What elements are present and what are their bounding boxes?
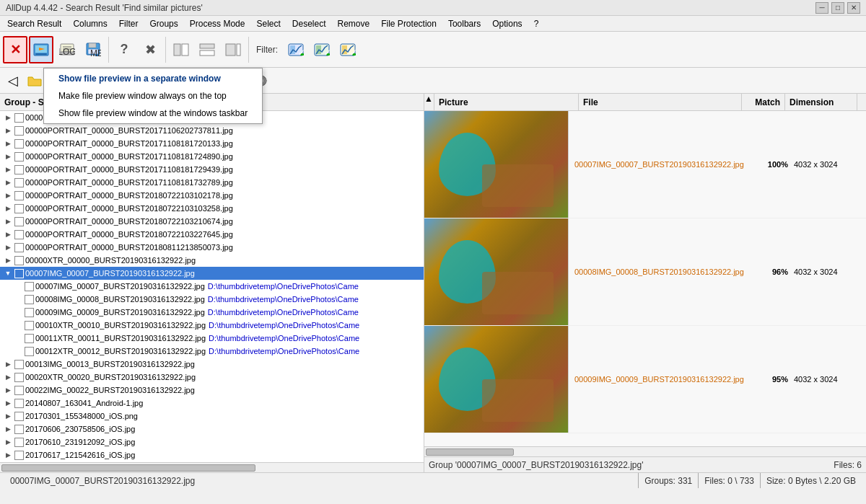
dropdown-item-separate-window[interactable]: Show file preview in a separate window <box>44 70 262 87</box>
right-scrollbar-thumb[interactable] <box>426 448 514 456</box>
tree-row[interactable]: ▶ 00000PORTRAIT_00000_BURST2017110818172… <box>0 163 424 176</box>
remove-button[interactable]: ✖ <box>138 36 162 63</box>
tree-row[interactable]: 00011XTR_00011_BURST20190316132922.jpg D… <box>0 332 424 345</box>
filter-btn-2[interactable]: ✓ <box>310 36 334 63</box>
right-content[interactable]: 00007IMG_00007_BURST20190316132922.jpg 1… <box>424 111 866 446</box>
tree-row[interactable]: ▶ 20140807_163041_Android-1.jpg <box>0 397 424 410</box>
row-checkbox[interactable] <box>14 126 24 136</box>
menu-search-result[interactable]: Search Result <box>1 16 67 31</box>
row-checkbox[interactable] <box>25 295 34 304</box>
tree-row[interactable]: ▶ 00000PORTRAIT_00000_BURST2018081121385… <box>0 241 424 254</box>
row-checkbox[interactable] <box>14 191 24 200</box>
maximize-button[interactable]: □ <box>831 2 844 14</box>
row-checkbox[interactable] <box>14 373 24 382</box>
preview-button[interactable] <box>29 36 53 63</box>
expand-icon[interactable]: ▶ <box>3 216 13 226</box>
tree-row[interactable]: ▶ 20170301_155348000_iOS.png <box>0 410 424 423</box>
expand-icon[interactable]: ▶ <box>3 138 13 149</box>
expand-icon[interactable]: ▶ <box>3 229 13 239</box>
tree-row[interactable]: ▶ 20170610_231912092_iOS.jpg <box>0 436 424 448</box>
layout-btn-1[interactable] <box>169 36 193 63</box>
t2-folder-btn[interactable] <box>25 71 45 91</box>
layout-btn-3[interactable] <box>221 36 245 63</box>
tree-row[interactable]: ▶ 00000PORTRAIT_00000_BURST2018072210322… <box>0 228 424 241</box>
tree-row[interactable]: 00008IMG_00008_BURST20190316132922.jpg D… <box>0 293 424 306</box>
expand-icon[interactable]: ▶ <box>3 242 13 252</box>
save-button[interactable]: MB <box>81 36 105 63</box>
tree-row[interactable]: ▶ 00000XTR_00000_BURST20190316132922.jpg <box>0 254 424 267</box>
filter-btn-1[interactable]: ✓ <box>284 36 308 63</box>
tree-row[interactable]: 00012XTR_00012_BURST20190316132922.jpg D… <box>0 345 424 358</box>
row-checkbox[interactable] <box>14 217 24 226</box>
expand-icon[interactable]: ▶ <box>3 125 13 136</box>
menu-groups[interactable]: Groups <box>144 16 183 31</box>
tree-row[interactable]: ▶ 00000PORTRAIT_00000_BURST2018072210321… <box>0 215 424 228</box>
tree-row[interactable]: ▶ 00020XTR_00020_BURST20190316132922.jpg <box>0 371 424 384</box>
tree-row[interactable]: 00009IMG_00009_BURST20190316132922.jpg D… <box>0 306 424 319</box>
tree-row[interactable]: ▶ 00013IMG_00013_BURST20190316132922.jpg <box>0 358 424 371</box>
tree-row[interactable]: ▶ 20170617_121542616_iOS.jpg <box>0 448 424 461</box>
menu-select[interactable]: Select <box>250 16 286 31</box>
row-checkbox[interactable] <box>25 308 34 317</box>
left-hscrollbar[interactable] <box>0 462 424 472</box>
right-hscrollbar[interactable] <box>424 446 866 456</box>
tree-row[interactable]: 00007IMG_00007_BURST20190316132922.jpg D… <box>0 280 424 293</box>
row-checkbox[interactable] <box>14 425 24 434</box>
expand-icon[interactable]: ▶ <box>3 255 13 265</box>
menu-process-mode[interactable]: Process Mode <box>184 16 251 31</box>
row-checkbox[interactable] <box>14 230 24 239</box>
expand-icon[interactable]: ▶ <box>3 112 13 123</box>
help-button[interactable]: ? <box>112 36 136 63</box>
expand-icon[interactable]: ▶ <box>3 177 13 187</box>
menu-deselect[interactable]: Deselect <box>287 16 332 31</box>
tree-row[interactable]: ▶ 00000PORTRAIT_00000_BURST2017110818173… <box>0 176 424 189</box>
expand-icon[interactable]: ▶ <box>3 359 13 369</box>
delete-button[interactable]: ✕ <box>3 36 27 63</box>
tree-row[interactable]: ▶ 00000PORTRAIT_00000_BURST2017110620273… <box>0 124 424 137</box>
row-checkbox[interactable] <box>14 360 24 369</box>
expand-icon[interactable]: ▼ <box>3 268 13 278</box>
expand-icon[interactable]: ▶ <box>3 190 13 200</box>
row-checkbox[interactable] <box>14 165 24 174</box>
expand-icon[interactable]: ▶ <box>3 398 13 408</box>
row-checkbox[interactable] <box>14 256 24 265</box>
row-checkbox[interactable] <box>14 113 24 123</box>
row-checkbox[interactable] <box>14 152 24 162</box>
menu-filter[interactable]: Filter <box>113 16 144 31</box>
expand-icon[interactable]: ▶ <box>3 385 13 395</box>
expand-icon[interactable]: ▶ <box>3 164 13 174</box>
row-checkbox[interactable] <box>14 386 24 395</box>
tree-row-selected[interactable]: ▼ 00007IMG_00007_BURST20190316132922.jpg <box>0 267 424 280</box>
tree-row[interactable]: ▶ 00000PORTRAIT_00000_BURST2018072210310… <box>0 202 424 215</box>
row-checkbox[interactable] <box>14 438 24 447</box>
tree-row[interactable]: ▶ 00000PORTRAIT_00000_BURST2017110818172… <box>0 137 424 150</box>
row-checkbox[interactable] <box>14 269 24 278</box>
file-tree[interactable]: ▶ 00000PORTRAIT_00000_BURST2017110620272… <box>0 111 424 462</box>
dropdown-item-taskbar[interactable]: Show file preview window at the windows … <box>44 105 262 122</box>
close-button[interactable]: ✕ <box>847 2 860 14</box>
menu-columns[interactable]: Columns <box>67 16 113 31</box>
tree-row[interactable]: ▶ 00000PORTRAIT_00000_BURST2017110818172… <box>0 150 424 163</box>
menu-toolbars[interactable]: Toolbars <box>442 16 486 31</box>
row-checkbox[interactable] <box>25 321 34 330</box>
expand-icon[interactable]: ▶ <box>3 411 13 421</box>
row-checkbox[interactable] <box>25 282 34 291</box>
row-checkbox[interactable] <box>14 412 24 421</box>
expand-icon[interactable]: ▶ <box>3 372 13 382</box>
row-checkbox[interactable] <box>14 178 24 187</box>
expand-icon[interactable]: ▶ <box>3 450 13 460</box>
dropdown-item-always-top[interactable]: Make file preview window always on the t… <box>44 87 262 105</box>
layout-btn-2[interactable] <box>195 36 219 63</box>
menu-options[interactable]: Options <box>486 16 528 31</box>
expand-icon[interactable]: ▶ <box>3 203 13 213</box>
row-checkbox[interactable] <box>14 204 24 213</box>
tree-row[interactable]: ▶ 00000PORTRAIT_00000_BURST2018072210310… <box>0 189 424 202</box>
row-checkbox[interactable] <box>14 451 24 460</box>
log-button[interactable]: LOG <box>55 36 79 63</box>
scrollbar-thumb[interactable] <box>1 464 255 472</box>
tree-row[interactable]: 00010XTR_00010_BURST20190316132922.jpg D… <box>0 319 424 332</box>
row-checkbox[interactable] <box>14 139 24 149</box>
expand-icon[interactable]: ▶ <box>3 151 13 162</box>
menu-remove[interactable]: Remove <box>332 16 376 31</box>
row-checkbox[interactable] <box>25 334 34 343</box>
